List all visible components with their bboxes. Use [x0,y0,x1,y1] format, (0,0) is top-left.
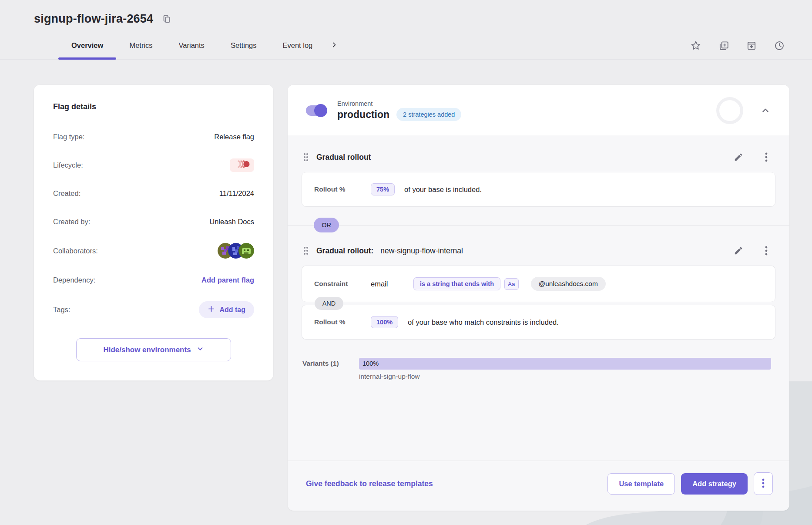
created-by-row: Created by: Unleash Docs [53,215,254,229]
dependency-label: Dependency: [53,276,95,284]
flag-type-row: Flag type: Release flag [53,130,254,144]
variants-label: Variants (1) [302,358,359,367]
feedback-link[interactable]: Give feedback to release templates [306,479,433,488]
chevron-down-icon [196,345,204,355]
tab-bar: Overview Metrics Variants Settings Event… [0,32,812,60]
hide-show-environments-button[interactable]: Hide/show environments [76,338,231,361]
pencil-icon [734,152,743,162]
main-content: Flag details Flag type: Release flag Lif… [0,60,812,511]
variant-distribution-bar: 100% [359,358,771,370]
environment-body: Gradual rollout [288,135,789,511]
flag-actions [688,32,787,59]
lifecycle-stage-badge[interactable] [230,158,254,172]
flag-type-label: Flag type: [53,133,84,141]
environment-header[interactable]: Environment production 2 strategies adde… [288,85,789,135]
environment-footer: Give feedback to release templates Use t… [288,461,789,511]
lifecycle-row: Lifecycle: [53,158,254,172]
edit-strategy-button[interactable] [732,244,745,257]
favorite-button[interactable] [688,38,703,53]
pencil-icon [734,246,743,256]
strategy-menu-button[interactable] [763,244,769,258]
lifecycle-label: Lifecycle: [53,161,83,169]
metrics-ring [716,97,743,124]
variants-row: Variants (1) 100% internal-sign-up-flow [302,358,775,380]
strategy-two-name: new-signup-flow-internal [380,246,463,256]
rollout-percent-badge: 75% [371,183,395,195]
strategy-one-rollout-card: Rollout % 75% of your base is included. [302,172,775,207]
add-tag-label: Add tag [219,306,245,314]
created-row: Created: 11/11/2024 [53,186,254,200]
chevron-up-icon [761,106,770,115]
drag-handle-icon[interactable] [302,152,309,162]
flag-overview-page: signup-flow-jira-2654 Overview Metrics V… [0,0,812,525]
environment-title-block: Environment production 2 strategies adde… [337,100,461,121]
tab-event-log[interactable]: Event log [270,32,326,59]
created-label: Created: [53,189,81,198]
rollout-label: Rollout % [314,318,371,326]
use-template-button[interactable]: Use template [607,473,675,495]
constraint-card: Constraint email is a string that ends w… [302,266,775,302]
kebab-icon [765,152,768,162]
environment-card: Environment production 2 strategies adde… [288,85,789,511]
page-title: signup-flow-jira-2654 [34,12,153,26]
constraint-value-pill: @unleashdocs.com [531,277,606,291]
dependency-row: Dependency: Add parent flag [53,273,254,287]
or-chip: OR [314,218,339,232]
strategy-two-rollout-card: Rollout % 100% of your base who match co… [302,305,775,340]
add-strategy-button[interactable]: Add strategy [681,473,748,495]
lifecycle-completed-icon [234,160,250,170]
toggle-knob [314,104,327,117]
strategy-two-title: Gradual rollout: [316,246,373,256]
environment-toggle[interactable] [306,105,326,116]
copy-name-button[interactable] [160,13,173,26]
created-by-value: Unleash Docs [209,218,254,226]
tab-metrics[interactable]: Metrics [116,32,165,59]
kebab-icon [762,478,765,490]
avatar[interactable] [238,243,254,259]
footer-menu-button[interactable] [754,472,773,495]
strategy-one-title: Gradual rollout [316,153,371,162]
duplicate-plus-icon [718,40,729,51]
archive-icon [746,40,757,51]
collaborator-avatars [218,243,254,259]
constraint-operator-badge: is a string that ends with [413,277,500,290]
rollout-percent-badge: 100% [371,316,398,328]
created-value: 11/11/2024 [219,189,254,198]
flag-details-heading: Flag details [53,102,254,111]
strategy-menu-button[interactable] [763,150,769,164]
collapse-environment-button[interactable] [759,104,772,117]
rollout-description: of your base is included. [404,185,482,194]
more-tabs-button[interactable] [325,32,343,59]
star-icon [690,40,701,51]
page-header: signup-flow-jira-2654 [0,0,812,26]
clock-icon [774,40,785,51]
tags-label: Tags: [53,306,70,314]
copy-flag-button[interactable] [716,38,731,53]
collaborators-row: Collaborators: [53,243,254,259]
history-button[interactable] [772,38,787,53]
rollout-label: Rollout % [314,185,371,193]
constraint-field: email [371,280,413,288]
variants-content: 100% internal-sign-up-flow [359,358,775,380]
kebab-icon [765,246,768,256]
environment-name: production [337,109,389,121]
hide-show-environments-label: Hide/show environments [103,346,191,354]
edit-strategy-button[interactable] [732,151,745,164]
add-parent-flag-link[interactable]: Add parent flag [201,276,254,284]
environment-label: Environment [337,100,461,107]
collaborators-label: Collaborators: [53,247,98,255]
flag-type-value: Release flag [214,133,254,141]
case-sensitive-badge: Aa [504,278,519,290]
tab-variants[interactable]: Variants [166,32,218,59]
tab-settings[interactable]: Settings [218,32,270,59]
drag-handle-icon[interactable] [302,246,309,256]
environment-header-right [716,97,772,124]
archive-button[interactable] [744,38,759,53]
variant-percent: 100% [362,360,379,367]
tab-overview[interactable]: Overview [58,32,116,59]
add-tag-button[interactable]: Add tag [199,301,254,318]
chevron-right-icon [331,41,338,50]
strategy-one-header: Gradual rollout [302,147,775,172]
created-by-label: Created by: [53,218,90,226]
plus-icon [208,305,215,314]
